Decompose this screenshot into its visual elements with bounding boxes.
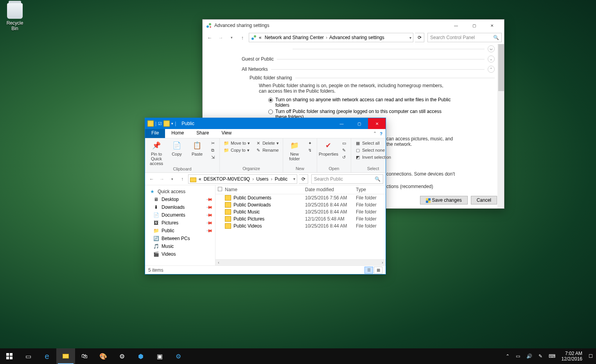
chevron-down-icon[interactable]: ▾ <box>409 36 411 40</box>
radio-turn-on[interactable]: Turn on sharing so anyone with network a… <box>268 97 452 108</box>
minimize-button[interactable]: — <box>447 20 465 31</box>
taskbar-control-panel[interactable]: ⚙ <box>169 348 188 364</box>
paste-button[interactable]: 📋Paste <box>188 140 206 156</box>
select-none-button[interactable]: ▢Select none <box>354 147 393 153</box>
paste-shortcut-button[interactable]: ⇲ <box>208 154 217 160</box>
tray-keyboard-icon[interactable]: ⌨ <box>549 353 555 359</box>
new-folder-button[interactable]: 📁New folder <box>285 140 303 161</box>
tree-item[interactable]: 📄Documents📌 <box>147 211 214 219</box>
table-row[interactable]: Public Videos10/25/2016 8:44 AMFile fold… <box>215 222 386 230</box>
table-row[interactable]: Public Documents10/25/2016 7:56 AMFile f… <box>215 194 386 201</box>
titlebar[interactable]: | ☑ ▾ | Public — ▢ ✕ <box>145 118 386 129</box>
taskbar-cmd[interactable]: ▣ <box>150 348 169 364</box>
breadcrumb[interactable]: « Network and Sharing Center › Advanced … <box>249 33 413 42</box>
task-view-button[interactable]: ▭ <box>19 348 38 364</box>
refresh-button[interactable]: ⟳ <box>299 174 308 184</box>
tray-chevron-icon[interactable]: ⌃ <box>506 353 510 359</box>
start-button[interactable] <box>0 348 19 364</box>
file-list[interactable]: Name Date modified Type Public Documents… <box>215 185 386 265</box>
pin-button[interactable]: 📌Pin to Quick access <box>147 140 165 166</box>
refresh-button[interactable]: ⟳ <box>415 33 424 42</box>
section-all[interactable]: All Networks <box>242 66 268 72</box>
cancel-button[interactable]: Cancel <box>471 196 497 204</box>
qat-dropdown[interactable]: ▾ <box>171 122 173 126</box>
col-name[interactable]: Name <box>225 187 305 192</box>
chevron-down-icon[interactable]: ▾ <box>293 177 295 181</box>
minimize-button[interactable]: — <box>333 118 350 129</box>
easy-access-button[interactable]: ↯ <box>306 147 314 153</box>
help-icon[interactable]: ? <box>380 131 382 136</box>
tree-quick-access[interactable]: ★ Quick access <box>147 188 214 195</box>
back-button[interactable]: ← <box>205 33 214 42</box>
tray-battery-icon[interactable]: ▭ <box>516 353 520 359</box>
copy-to-button[interactable]: 📁Copy to ▾ <box>222 147 251 153</box>
tab-share[interactable]: Share <box>190 129 215 138</box>
taskbar-paint[interactable]: 🎨 <box>94 348 113 364</box>
tray-pen-icon[interactable]: ✎ <box>539 353 542 359</box>
up-button[interactable]: ↑ <box>178 175 187 183</box>
invert-selection-button[interactable]: ◩Invert selection <box>354 154 393 160</box>
breadcrumb-network[interactable]: Network and Sharing Center <box>264 35 325 40</box>
collapse-ribbon-icon[interactable]: ⌃ <box>373 131 377 136</box>
section-guest[interactable]: Guest or Public <box>242 56 274 62</box>
expand-icon[interactable]: ⌄ <box>488 56 495 63</box>
breadcrumb[interactable]: « DESKTOP-M0VEC9Q › Users › Public ▾ <box>188 174 297 184</box>
forward-button[interactable]: → <box>216 33 225 42</box>
breadcrumb-users[interactable]: Users <box>256 176 268 182</box>
tree-item[interactable]: 📁Public📌 <box>147 227 214 235</box>
save-changes-button[interactable]: Save changes <box>420 196 468 204</box>
expand-icon[interactable]: ⌄ <box>488 45 495 52</box>
titlebar[interactable]: Advanced sharing settings — ▢ ✕ <box>203 20 504 31</box>
breadcrumb-advanced[interactable]: Advanced sharing settings <box>328 35 386 40</box>
select-all-button[interactable]: ▦Select all <box>354 140 393 146</box>
maximize-button[interactable]: ▢ <box>350 118 368 129</box>
table-row[interactable]: Public Pictures12/1/2016 5:48 AMFile fol… <box>215 215 386 222</box>
tree-item[interactable]: 🎵Music <box>147 242 214 250</box>
tab-view[interactable]: View <box>215 129 238 138</box>
history-button[interactable]: ↺ <box>340 154 348 160</box>
recent-button[interactable]: ▾ <box>227 33 236 42</box>
tree-item[interactable]: 🎬Videos <box>147 250 214 258</box>
back-button[interactable]: ← <box>147 175 156 183</box>
open-button[interactable]: ▭ <box>340 140 348 146</box>
search-input[interactable]: Search Public 🔍 <box>311 174 383 184</box>
tree-item[interactable]: 🖼Pictures📌 <box>147 219 214 227</box>
breadcrumb-public[interactable]: Public <box>275 176 288 182</box>
table-row[interactable]: Public Music10/25/2016 8:44 AMFile folde… <box>215 208 386 215</box>
taskbar-store[interactable]: 🛍 <box>75 348 94 364</box>
copy-path-button[interactable]: ⧉ <box>208 147 217 153</box>
copy-button[interactable]: 📄Copy <box>168 140 186 156</box>
new-item-button[interactable]: ✦ <box>306 140 314 146</box>
large-icons-button[interactable]: ▦ <box>374 267 382 274</box>
taskbar-app[interactable]: ⬢ <box>131 348 150 364</box>
action-center-icon[interactable]: ☐ <box>589 353 593 359</box>
delete-button[interactable]: ✕Delete ▾ <box>254 140 280 146</box>
maximize-button[interactable]: ▢ <box>465 20 483 31</box>
qat-properties-icon[interactable]: ☑ <box>158 121 162 126</box>
rename-button[interactable]: ✎Rename <box>254 147 280 153</box>
details-view-button[interactable]: ☰ <box>364 267 373 274</box>
properties-button[interactable]: ✔Properties <box>320 140 337 156</box>
col-date[interactable]: Date modified <box>305 187 356 192</box>
close-button[interactable]: ✕ <box>483 20 501 31</box>
move-to-button[interactable]: 📁Move to ▾ <box>222 140 251 146</box>
desktop-icon-recycle-bin[interactable]: Recycle Bin <box>3 3 27 31</box>
collapse-icon[interactable]: ⌃ <box>488 66 495 73</box>
search-input[interactable]: Search Control Panel 🔍 <box>427 33 502 42</box>
breadcrumb-host[interactable]: DESKTOP-M0VEC9Q <box>204 176 250 182</box>
tree-item[interactable]: 🔄Between PCs <box>147 235 214 242</box>
tree-item[interactable]: 🖥Desktop📌 <box>147 195 214 203</box>
nav-tree[interactable]: ★ Quick access 🖥Desktop📌⬇Downloads📌📄Docu… <box>145 185 215 265</box>
table-row[interactable]: Public Downloads10/25/2016 8:44 AMFile f… <box>215 201 386 208</box>
edit-button[interactable]: ✎ <box>340 147 348 153</box>
select-all-checkbox[interactable] <box>218 187 222 191</box>
forward-button[interactable]: → <box>158 175 166 183</box>
clock[interactable]: 7:02 AM 12/2/2016 <box>562 351 582 362</box>
up-button[interactable]: ↑ <box>238 33 247 42</box>
close-button[interactable]: ✕ <box>368 118 386 129</box>
taskbar-edge[interactable]: e <box>38 348 56 364</box>
tray-volume-icon[interactable]: 🔊 <box>526 353 532 359</box>
recent-button[interactable]: ▾ <box>168 175 176 183</box>
tree-item[interactable]: ⬇Downloads📌 <box>147 203 214 211</box>
col-type[interactable]: Type <box>356 187 383 192</box>
